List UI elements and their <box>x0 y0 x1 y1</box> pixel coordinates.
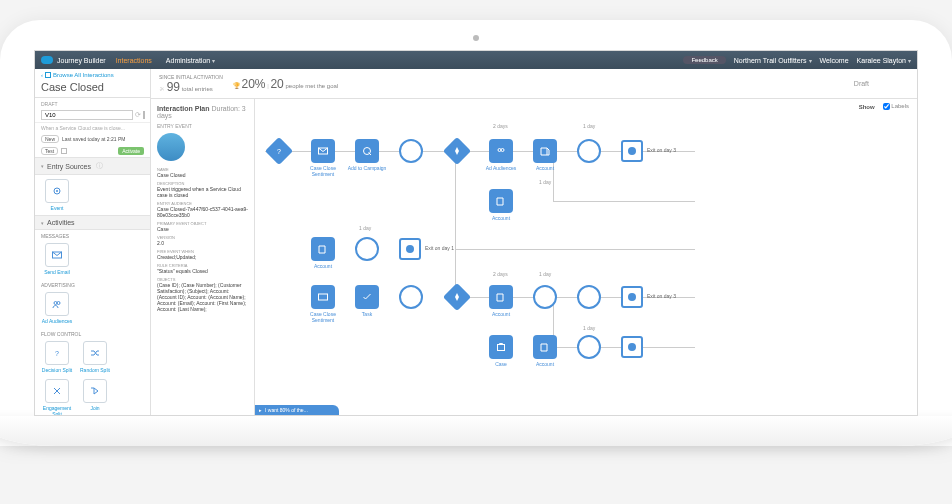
last-saved: Last saved today at 2:21 PM <box>62 136 125 142</box>
group-messages: MESSAGES <box>35 230 150 239</box>
wait-node[interactable] <box>355 237 379 261</box>
stop-icon[interactable] <box>61 148 67 154</box>
wait-node[interactable] <box>577 139 601 163</box>
left-panel: ‹ Browse All Interactions Case Closed DR… <box>35 69 151 415</box>
main-area: SINCE INITIAL ACTIVATION ⛯ 99 total entr… <box>151 69 917 415</box>
wait-node[interactable] <box>577 335 601 359</box>
grid-view-icon[interactable] <box>143 111 145 119</box>
mail-icon <box>45 243 69 267</box>
feedback-button[interactable]: Feedback <box>683 56 725 64</box>
decision-node[interactable] <box>443 137 471 165</box>
plan-title: Interaction Plan <box>157 105 210 112</box>
email-activity[interactable] <box>311 285 335 309</box>
collapse-icon: ▾ <box>41 163 44 169</box>
exit-node[interactable] <box>399 238 421 260</box>
account-activity[interactable] <box>533 139 557 163</box>
welcome-label: Welcome <box>820 57 849 64</box>
group-advertising: ADVERTISING <box>35 279 150 288</box>
goal-count: 20 <box>270 77 283 91</box>
chevron-down-icon: ▾ <box>212 58 215 64</box>
wait-node[interactable] <box>399 139 423 163</box>
entry-event-icon[interactable] <box>157 133 185 161</box>
description-hint: When a Service Cloud case is close... <box>35 123 150 133</box>
wait-node[interactable] <box>399 285 423 309</box>
exit-node[interactable] <box>621 140 643 162</box>
tab-administration[interactable]: Administration▾ <box>166 57 215 64</box>
wait-node[interactable] <box>577 285 601 309</box>
version-input[interactable] <box>41 110 133 120</box>
entries-count: 99 <box>167 80 180 94</box>
tile-ad-audiences[interactable]: Ad Audiences <box>41 292 73 324</box>
collapse-icon: ▾ <box>41 220 44 226</box>
detail-objects: (Case ID); (Case Number); (Customer Sati… <box>157 282 248 312</box>
campaign-activity[interactable] <box>355 139 379 163</box>
exit-node[interactable] <box>621 286 643 308</box>
refresh-icon[interactable]: ⟳ <box>135 111 141 119</box>
top-navbar: Journey Builder Interactions Administrat… <box>35 51 917 69</box>
test-button[interactable]: Test <box>41 147 58 155</box>
app-screen: Journey Builder Interactions Administrat… <box>34 50 918 416</box>
wait-node[interactable] <box>533 285 557 309</box>
node-label: Case <box>479 361 523 367</box>
exit-label: Exit on day 3 <box>647 147 676 153</box>
labels-toggle[interactable] <box>883 103 890 110</box>
tile-join[interactable]: Join <box>79 379 111 416</box>
node-label: Account <box>523 361 567 367</box>
tab-interactions[interactable]: Interactions <box>116 57 152 64</box>
account-activity[interactable] <box>311 237 335 261</box>
entry-event-label: ENTRY EVENT <box>157 123 248 129</box>
version-row: ⟳ <box>35 108 150 123</box>
tile-event[interactable]: Event <box>41 179 73 211</box>
entry-detail-panel: Interaction Plan Duration: 3 days ENTRY … <box>151 99 255 415</box>
section-activities[interactable]: ▾ Activities <box>35 215 150 230</box>
goal-bar[interactable]: ▸I want 80% of the... <box>255 405 339 415</box>
detail-rule: "Status" equals Closed <box>157 268 248 274</box>
user-menu[interactable]: Karalee Slayton▾ <box>857 57 911 64</box>
task-activity[interactable] <box>355 285 379 309</box>
duration-label: 1 day <box>539 179 551 185</box>
tile-decision-split[interactable]: ? Decision Split <box>41 341 73 373</box>
duration-label: 2 days <box>493 271 508 277</box>
chevron-down-icon: ▾ <box>908 58 911 64</box>
account-activity[interactable] <box>489 285 513 309</box>
tile-engagement-split[interactable]: Engagement Split <box>41 379 73 416</box>
svg-text:?: ? <box>277 148 281 155</box>
ad-audiences-activity[interactable] <box>489 139 513 163</box>
duration-label: 1 day <box>583 123 595 129</box>
detail-audience: Case Closed-7a447f60-c537-4041-aea9-80e0… <box>157 206 248 218</box>
status-draft: Draft <box>854 80 869 87</box>
engage-icon <box>45 379 69 403</box>
section-entry-sources[interactable]: ▾ Entry Sources ⓘ <box>35 157 150 175</box>
random-icon <box>83 341 107 365</box>
laptop-frame: Journey Builder Interactions Administrat… <box>0 20 952 446</box>
org-picker[interactable]: Northern Trail Outfitters▾ <box>734 57 812 64</box>
tile-send-email[interactable]: Send Email <box>41 243 73 275</box>
ads-icon <box>45 292 69 316</box>
top-tabs: Interactions Administration▾ <box>116 57 216 64</box>
decision-node[interactable] <box>443 283 471 311</box>
back-icon: ‹ <box>41 72 43 78</box>
duration-label: 2 days <box>493 123 508 129</box>
email-activity[interactable] <box>311 139 335 163</box>
node-label: Case Close Sentiment <box>301 311 345 323</box>
info-icon: ⓘ <box>96 161 103 171</box>
goal-percent: 20% <box>241 77 265 91</box>
tile-random-split[interactable]: Random Split <box>79 341 111 373</box>
node-label: Account <box>479 215 523 221</box>
detail-name: Case Closed <box>157 172 248 178</box>
case-activity[interactable] <box>489 335 513 359</box>
account-activity[interactable] <box>533 335 557 359</box>
decision-node[interactable]: ? <box>265 137 293 165</box>
exit-node[interactable] <box>621 336 643 358</box>
product-name: Journey Builder <box>57 57 106 64</box>
svg-point-11 <box>501 149 504 152</box>
account-activity[interactable] <box>489 189 513 213</box>
group-flow: FLOW CONTROL <box>35 328 150 337</box>
node-label: Task <box>345 311 389 317</box>
svg-text:?: ? <box>55 350 59 357</box>
new-badge: New <box>41 135 59 143</box>
breadcrumb[interactable]: ‹ Browse All Interactions <box>35 69 150 81</box>
page-title: Case Closed <box>35 81 150 98</box>
journey-canvas[interactable]: Show Labels ? 2 <box>255 99 917 415</box>
activate-button[interactable]: Activate <box>118 147 144 155</box>
